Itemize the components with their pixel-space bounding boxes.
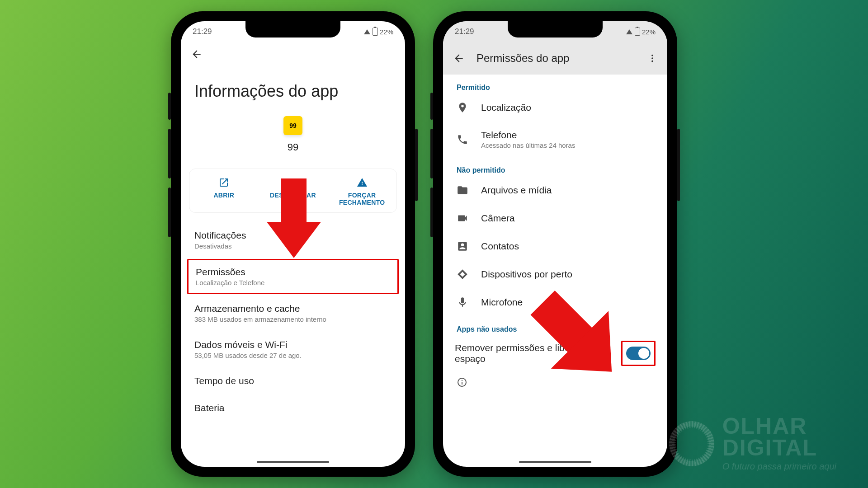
warning-icon bbox=[357, 177, 368, 188]
setting-sub: 53,05 MB usados desde 27 de ago. bbox=[194, 352, 392, 359]
back-arrow-icon[interactable] bbox=[191, 48, 203, 60]
location-icon bbox=[457, 102, 468, 113]
section-allowed: Permitido bbox=[443, 75, 667, 94]
watermark-ring-icon bbox=[669, 421, 714, 466]
phone-left-frame: 21:29 22% Informações do app 99 99 bbox=[171, 11, 415, 477]
force-stop-button[interactable]: FORÇAR FECHAMENTO bbox=[327, 169, 396, 212]
setting-label: Bateria bbox=[194, 403, 392, 413]
svg-point-1 bbox=[651, 57, 653, 59]
permission-microphone[interactable]: Microfone bbox=[443, 288, 667, 316]
trash-icon bbox=[288, 177, 298, 188]
app-header: 99 99 bbox=[181, 116, 405, 164]
force-stop-label-2: FECHAMENTO bbox=[339, 199, 385, 206]
phone-right-frame: 21:29 22% Permissões do app Permitido Lo… bbox=[433, 11, 677, 477]
status-battery: 22% bbox=[642, 28, 656, 36]
setting-battery[interactable]: Bateria bbox=[181, 394, 405, 422]
status-right: 22% bbox=[626, 28, 656, 36]
annotation-highlight-box bbox=[621, 341, 656, 366]
permission-location[interactable]: Localização bbox=[443, 94, 667, 122]
status-right: 22% bbox=[364, 28, 393, 36]
status-battery: 22% bbox=[380, 28, 393, 36]
watermark: OLHAR DIGITAL O futuro passa primeiro aq… bbox=[669, 416, 836, 472]
section-denied: Não permitido bbox=[443, 157, 667, 176]
remove-permissions-label: Remover permissões e liberar espaço bbox=[455, 343, 599, 364]
setting-label: Armazenamento e cache bbox=[194, 303, 392, 314]
setting-data[interactable]: Dados móveis e Wi-Fi 53,05 MB usados des… bbox=[181, 331, 405, 367]
permission-sub: Acessado nas últimas 24 horas bbox=[481, 141, 575, 149]
status-time: 21:29 bbox=[193, 27, 212, 36]
setting-notifications[interactable]: Notificações Desativadas bbox=[181, 222, 405, 258]
phone-right-screen: 21:29 22% Permissões do app Permitido Lo… bbox=[443, 21, 667, 467]
watermark-brand-line1: OLHAR bbox=[722, 416, 836, 437]
appbar-title: Permissões do app bbox=[476, 52, 636, 65]
phone-side-button bbox=[168, 129, 171, 178]
setting-label: Dados móveis e Wi-Fi bbox=[194, 339, 392, 350]
open-icon bbox=[218, 177, 229, 188]
setting-label: Notificações bbox=[194, 230, 392, 241]
battery-icon bbox=[635, 28, 640, 36]
info-row[interactable] bbox=[443, 371, 667, 395]
permission-contacts[interactable]: Contatos bbox=[443, 232, 667, 260]
status-time: 21:29 bbox=[455, 27, 474, 36]
svg-point-2 bbox=[651, 61, 653, 62]
permission-camera[interactable]: Câmera bbox=[443, 204, 667, 232]
permission-label: Microfone bbox=[481, 297, 523, 308]
watermark-brand-line2: DIGITAL bbox=[722, 437, 836, 459]
phone-side-button bbox=[430, 129, 433, 178]
phone-side-button bbox=[415, 129, 418, 201]
app-icon-text: 99 bbox=[289, 122, 297, 129]
permission-label: Dispositivos por perto bbox=[481, 269, 572, 280]
setting-label: Permissões bbox=[196, 267, 390, 277]
uninstall-button[interactable]: DESINSTALAR bbox=[259, 169, 328, 212]
overflow-menu-icon[interactable] bbox=[647, 53, 657, 63]
open-label: ABRIR bbox=[213, 192, 234, 199]
permission-label: Câmera bbox=[481, 213, 515, 224]
folder-icon bbox=[457, 184, 468, 196]
remove-permissions-row: Remover permissões e liberar espaço bbox=[443, 335, 667, 371]
force-stop-label-1: FORÇAR bbox=[348, 192, 376, 199]
microphone-icon bbox=[457, 296, 468, 308]
home-indicator[interactable] bbox=[257, 461, 329, 463]
camera-icon bbox=[457, 212, 468, 224]
setting-storage[interactable]: Armazenamento e cache 383 MB usados em a… bbox=[181, 295, 405, 331]
watermark-text: OLHAR DIGITAL O futuro passa primeiro aq… bbox=[722, 416, 836, 472]
permission-label: Localização bbox=[481, 102, 531, 113]
phone-side-button bbox=[168, 188, 171, 237]
info-icon bbox=[457, 377, 467, 388]
uninstall-label: DESINSTALAR bbox=[270, 192, 316, 199]
setting-screen-time[interactable]: Tempo de uso bbox=[181, 367, 405, 394]
svg-point-0 bbox=[651, 55, 653, 56]
section-unused: Apps não usados bbox=[443, 316, 667, 335]
nearby-icon bbox=[457, 268, 468, 280]
setting-label: Tempo de uso bbox=[194, 375, 392, 386]
remove-permissions-toggle[interactable] bbox=[626, 347, 651, 360]
setting-sub: 383 MB usados em armazenamento interno bbox=[194, 315, 392, 323]
permission-label: Contatos bbox=[481, 241, 519, 252]
back-row bbox=[181, 42, 405, 62]
back-arrow-icon[interactable] bbox=[453, 52, 465, 64]
phone-side-button bbox=[430, 93, 433, 120]
permission-phone[interactable]: Telefone Acessado nas últimas 24 horas bbox=[443, 122, 667, 157]
phone-left-screen: 21:29 22% Informações do app 99 99 bbox=[181, 21, 405, 467]
app-action-row: ABRIR DESINSTALAR FORÇAR FECHAMENTO bbox=[189, 169, 397, 213]
contacts-icon bbox=[457, 240, 468, 252]
phone-notch bbox=[508, 21, 603, 38]
permission-nearby[interactable]: Dispositivos por perto bbox=[443, 260, 667, 288]
app-name: 99 bbox=[181, 141, 405, 153]
setting-sub: Localização e Telefone bbox=[196, 279, 390, 286]
signal-icon bbox=[364, 29, 370, 34]
phone-notch bbox=[245, 21, 340, 38]
permission-label: Telefone bbox=[481, 130, 575, 141]
toggle-knob bbox=[638, 348, 649, 359]
watermark-tagline: O futuro passa primeiro aqui bbox=[722, 461, 836, 472]
home-indicator[interactable] bbox=[519, 461, 591, 463]
phone-icon bbox=[457, 134, 468, 145]
phone-side-button bbox=[430, 188, 433, 237]
signal-icon bbox=[626, 29, 632, 34]
app-icon: 99 bbox=[283, 116, 302, 135]
open-button[interactable]: ABRIR bbox=[189, 169, 259, 212]
setting-permissions[interactable]: Permissões Localização e Telefone bbox=[187, 259, 399, 294]
permission-files[interactable]: Arquivos e mídia bbox=[443, 176, 667, 204]
phone-side-button bbox=[677, 129, 680, 201]
setting-sub: Desativadas bbox=[194, 242, 392, 250]
